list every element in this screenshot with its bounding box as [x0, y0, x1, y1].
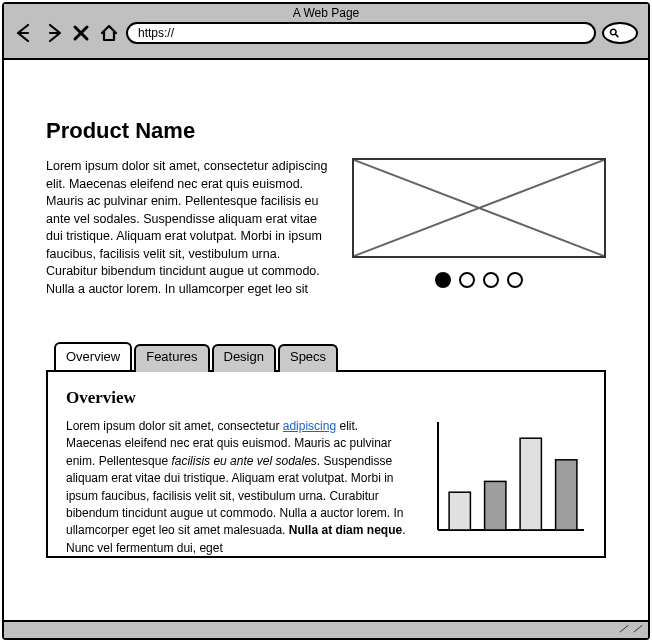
stop-icon[interactable] — [70, 22, 92, 44]
svg-rect-5 — [485, 481, 506, 530]
image-placeholder — [352, 158, 606, 258]
carousel-dot-4[interactable] — [507, 272, 523, 288]
upper-section: Lorem ipsum dolor sit amet, consectetur … — [46, 158, 606, 298]
url-text: https:// — [138, 26, 174, 40]
tab-panel: Overview Lorem ipsum dolor sit amet, con… — [46, 370, 606, 558]
carousel-dot-1[interactable] — [435, 272, 451, 288]
svg-rect-4 — [449, 492, 470, 530]
overview-chart — [426, 418, 586, 538]
carousel-dots — [435, 272, 523, 288]
tab-body: Lorem ipsum dolor sit amet, consectetur … — [66, 418, 586, 557]
search-button[interactable]: ⚲ — [602, 22, 638, 44]
home-icon[interactable] — [98, 22, 120, 44]
back-icon[interactable] — [14, 22, 36, 44]
tab-design[interactable]: Design — [212, 344, 276, 372]
tabs-area: Overview Features Design Specs Overview … — [46, 342, 606, 558]
window-title: A Web Page — [4, 4, 648, 20]
svg-rect-6 — [520, 438, 541, 530]
tab-features[interactable]: Features — [134, 344, 209, 372]
url-input[interactable]: https:// — [126, 22, 596, 44]
nav-row: https:// ⚲ — [4, 22, 648, 44]
ov-t1: Lorem ipsum dolor sit amet, consectetur — [66, 419, 283, 433]
ov-italic: facilisis eu ante vel sodales — [171, 454, 316, 468]
resize-grip-icon[interactable]: ⟋⟋ — [616, 620, 644, 636]
product-description: Lorem ipsum dolor sit amet, consectetur … — [46, 158, 328, 298]
page-content: Product Name Lorem ipsum dolor sit amet,… — [4, 60, 648, 600]
overview-text: Lorem ipsum dolor sit amet, consectetur … — [66, 418, 406, 557]
forward-icon[interactable] — [42, 22, 64, 44]
overview-link[interactable]: adipiscing — [283, 419, 336, 433]
browser-chrome: A Web Page https:// ⚲ — [4, 4, 648, 60]
image-gallery — [352, 158, 606, 298]
carousel-dot-2[interactable] — [459, 272, 475, 288]
browser-window: A Web Page https:// ⚲ Product Name — [2, 2, 650, 640]
ov-bold: Nulla at diam neque — [289, 523, 402, 537]
status-bar: ⟋⟋ — [4, 620, 648, 638]
tab-row: Overview Features Design Specs — [54, 342, 606, 370]
tab-heading: Overview — [66, 388, 586, 408]
carousel-dot-3[interactable] — [483, 272, 499, 288]
tab-specs[interactable]: Specs — [278, 344, 338, 372]
svg-rect-7 — [556, 460, 577, 530]
magnifier-icon: ⚲ — [606, 25, 622, 41]
tab-overview[interactable]: Overview — [54, 342, 132, 370]
product-title: Product Name — [46, 118, 606, 144]
